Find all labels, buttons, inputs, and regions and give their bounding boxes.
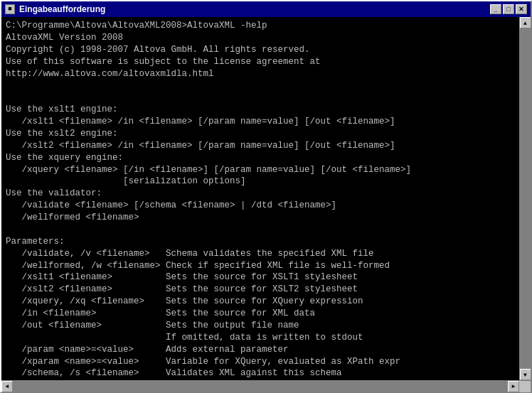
title-bar: ■ Eingabeaufforderung _ □ ✕ [1, 1, 531, 17]
terminal-area: C:\Programme\Altova\AltovaXML2008>Altova… [1, 17, 531, 380]
terminal-output[interactable]: C:\Programme\Altova\AltovaXML2008>Altova… [1, 17, 519, 380]
scroll-up-button[interactable]: ▲ [520, 17, 531, 28]
title-bar-left: ■ Eingabeaufforderung [5, 4, 105, 14]
scroll-down-button[interactable]: ▼ [520, 369, 531, 380]
close-button[interactable]: ✕ [516, 4, 527, 14]
window: ■ Eingabeaufforderung _ □ ✕ C:\Programme… [0, 0, 532, 393]
title-buttons: _ □ ✕ [490, 4, 527, 14]
scrollbar-corner [519, 381, 531, 392]
scroll-track[interactable] [520, 28, 531, 369]
minimize-button[interactable]: _ [490, 4, 501, 14]
vertical-scrollbar[interactable]: ▲ ▼ [519, 17, 531, 380]
window-title: Eingabeaufforderung [19, 4, 105, 14]
terminal-icon: ■ [5, 4, 15, 14]
scroll-right-button[interactable]: ► [508, 381, 519, 392]
horizontal-scrollbar[interactable]: ◄ ► [1, 380, 531, 392]
hscroll-track[interactable] [13, 381, 508, 392]
scroll-left-button[interactable]: ◄ [1, 381, 13, 392]
maximize-button[interactable]: □ [503, 4, 514, 14]
